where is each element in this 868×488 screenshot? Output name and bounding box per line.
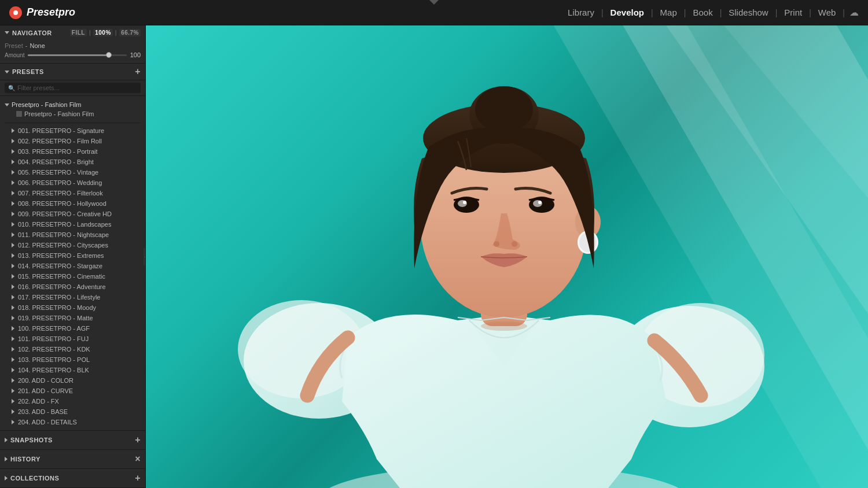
preset-arrow-icon xyxy=(12,389,14,393)
zoom-66-btn[interactable]: 66.7% xyxy=(119,29,141,36)
preset-arrow-icon xyxy=(12,222,14,227)
list-item[interactable]: 102. PRESETPRO - KDK xyxy=(0,344,145,354)
list-item[interactable]: 017. PRESETPRO - Lifestyle xyxy=(0,292,145,302)
list-item[interactable]: 204. ADD - DETAILS xyxy=(0,417,145,427)
list-item[interactable]: 004. PRESETPRO - Bright xyxy=(0,157,145,167)
preset-arrow-icon xyxy=(12,295,14,300)
list-item[interactable]: 013. PRESETPRO - Extremes xyxy=(0,250,145,261)
nav-menu: Library | Develop | Map | Book | Slidesh… xyxy=(563,5,859,20)
preset-arrow-icon xyxy=(12,326,14,331)
list-item[interactable]: 011. PRESETPRO - Nightscape xyxy=(0,230,145,240)
nav-library[interactable]: Library xyxy=(563,5,599,20)
list-item[interactable]: 101. PRESETPRO - FUJ xyxy=(0,334,145,344)
fill-zoom-btn[interactable]: FILL xyxy=(70,29,87,36)
list-item[interactable]: 012. PRESETPRO - Cityscapes xyxy=(0,240,145,250)
navigator-header[interactable]: Navigator FILL | 100% | 66.7% xyxy=(0,25,145,40)
list-item[interactable]: 001. PRESETPRO - Signature xyxy=(0,125,145,136)
nav-book[interactable]: Book xyxy=(688,5,717,20)
list-item[interactable]: 002. PRESETPRO - Film Roll xyxy=(0,136,145,146)
svg-point-16 xyxy=(494,241,499,247)
preset-arrow-icon xyxy=(12,253,14,258)
list-item[interactable]: 008. PRESETPRO - Hollywood xyxy=(0,198,145,209)
zoom-100-btn[interactable]: 100% xyxy=(93,29,113,36)
logo-area: Presetpro xyxy=(9,6,75,19)
presets-title: Presets xyxy=(12,68,44,75)
list-item[interactable]: 100. PRESETPRO - AGF xyxy=(0,323,145,334)
collections-title: Collections xyxy=(10,475,59,482)
preset-arrow-icon xyxy=(12,243,14,247)
svg-point-8 xyxy=(481,321,527,331)
list-item[interactable]: 014. PRESETPRO - Stargaze xyxy=(0,261,145,271)
preset-row: Preset - None xyxy=(5,42,141,49)
list-item[interactable]: 018. PRESETPRO - Moody xyxy=(0,302,145,313)
snapshots-title: Snapshots xyxy=(10,437,53,443)
nav-slideshow[interactable]: Slideshow xyxy=(724,5,773,20)
nav-print[interactable]: Print xyxy=(779,5,807,20)
amount-label: Amount xyxy=(5,52,24,58)
folder-chevron-icon xyxy=(5,103,9,106)
snapshots-add-button[interactable]: + xyxy=(135,435,141,445)
preset-arrow-icon xyxy=(12,347,14,352)
preset-folder-item[interactable]: Presetpro - Fashion Film xyxy=(5,109,141,119)
preset-arrow-icon xyxy=(12,264,14,268)
logo-icon xyxy=(9,6,22,19)
preset-item-name: Presetpro - Fashion Film xyxy=(24,110,94,117)
amount-slider[interactable] xyxy=(28,54,126,56)
list-item[interactable]: 202. ADD - FX xyxy=(0,396,145,406)
cloud-icon: ☁ xyxy=(849,7,859,18)
logo-text: Presetpro xyxy=(27,6,75,19)
list-item[interactable]: 006. PRESETPRO - Wedding xyxy=(0,178,145,188)
snapshots-section[interactable]: Snapshots + xyxy=(0,431,145,450)
list-item[interactable]: 203. ADD - BASE xyxy=(0,406,145,417)
history-section[interactable]: History × xyxy=(0,450,145,469)
collections-section[interactable]: Collections + xyxy=(0,469,145,488)
preset-value: None xyxy=(30,42,45,49)
preset-arrow-icon xyxy=(12,212,14,216)
history-close-button[interactable]: × xyxy=(135,454,141,464)
list-item[interactable]: 019. PRESETPRO - Matte xyxy=(0,313,145,323)
bottom-sections: Snapshots + History × Collections + xyxy=(0,430,145,488)
preset-label: Preset xyxy=(5,42,23,49)
preset-arrow-icon xyxy=(12,409,14,414)
list-item[interactable]: 201. ADD - CURVE xyxy=(0,386,145,396)
preset-arrow-icon xyxy=(12,160,14,164)
top-triangle xyxy=(429,0,439,5)
list-item[interactable]: 103. PRESETPRO - POL xyxy=(0,354,145,365)
list-item[interactable]: 016. PRESETPRO - Adventure xyxy=(0,282,145,292)
preset-item-icon xyxy=(16,111,22,117)
preset-arrow-icon xyxy=(12,378,14,383)
list-item[interactable]: 200. ADD - COLOR xyxy=(0,375,145,386)
preset-folder-fashion-film: Presetpro - Fashion Film Presetpro - Fas… xyxy=(0,98,145,120)
svg-point-15 xyxy=(538,201,542,204)
preset-arrow-icon xyxy=(12,128,14,133)
nav-web[interactable]: Web xyxy=(814,5,841,20)
snapshots-collapse-icon xyxy=(5,438,8,442)
preset-arrow-icon xyxy=(12,337,14,341)
preset-folder-fashion-film-header[interactable]: Presetpro - Fashion Film xyxy=(5,100,141,109)
navigator-content: Preset - None Amount 100 xyxy=(0,40,145,63)
photo-area xyxy=(146,25,868,488)
search-input[interactable] xyxy=(17,84,137,91)
nav-develop[interactable]: Develop xyxy=(606,5,649,20)
amount-row: Amount 100 xyxy=(5,51,141,58)
list-item[interactable]: 007. PRESETPRO - Filterlook xyxy=(0,188,145,198)
navigator-title: Navigator xyxy=(12,29,52,36)
collections-add-button[interactable]: + xyxy=(135,474,141,483)
history-collapse-icon xyxy=(5,457,8,461)
nav-map[interactable]: Map xyxy=(656,5,682,20)
fashion-photo xyxy=(146,25,868,488)
main-layout: Navigator FILL | 100% | 66.7% Preset - N… xyxy=(0,25,868,488)
list-item[interactable]: 003. PRESETPRO - Portrait xyxy=(0,146,145,157)
list-item[interactable]: 015. PRESETPRO - Cinematic xyxy=(0,271,145,282)
presets-add-button[interactable]: + xyxy=(135,67,141,76)
preset-divider xyxy=(5,123,141,123)
list-item[interactable]: 104. PRESETPRO - BLK xyxy=(0,365,145,375)
left-panel: Navigator FILL | 100% | 66.7% Preset - N… xyxy=(0,25,146,488)
list-item[interactable]: 009. PRESETPRO - Creative HD xyxy=(0,209,145,219)
presets-section: Presets + 🔍 Presetpro - Fashion Film xyxy=(0,64,145,430)
preset-arrow-icon xyxy=(12,316,14,320)
list-item[interactable]: 005. PRESETPRO - Vintage xyxy=(0,167,145,178)
preset-arrow-icon xyxy=(12,170,14,175)
list-item[interactable]: 010. PRESETPRO - Landscapes xyxy=(0,219,145,230)
presets-header[interactable]: Presets + xyxy=(0,64,145,80)
